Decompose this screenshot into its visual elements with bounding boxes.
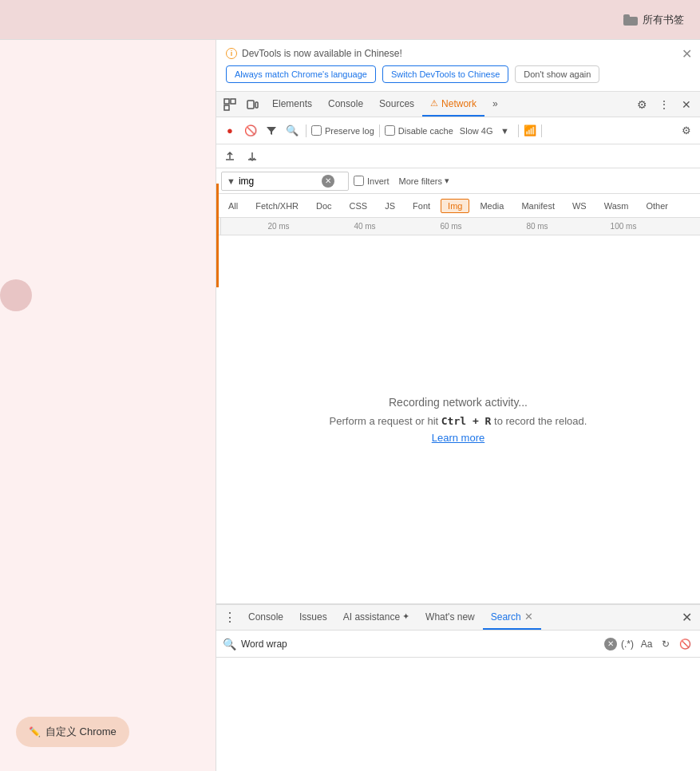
more-options-button[interactable]: ⋮ <box>654 94 674 115</box>
close-notification-button[interactable]: ✕ <box>682 48 692 61</box>
network-toolbar: ● 🚫 🔍 Preserve log Disable cache Slow 4G… <box>216 117 700 144</box>
disable-cache-text: Disable cache <box>398 126 453 136</box>
throttle-label: Slow 4G <box>460 126 493 136</box>
settings-button[interactable]: ⚙ <box>631 94 652 115</box>
tab-elements[interactable]: Elements <box>264 92 320 117</box>
tab-more[interactable]: » <box>484 92 506 117</box>
bottom-tab-whats-new[interactable]: What's new <box>417 605 483 630</box>
type-btn-doc[interactable]: Doc <box>309 199 339 213</box>
separator3 <box>518 125 519 137</box>
invert-label[interactable]: Invert <box>354 176 390 186</box>
bottom-panel: ⋮ Console Issues AI assistance ✦ What's … <box>216 603 700 771</box>
preserve-log-checkbox[interactable] <box>311 125 322 136</box>
device-icon <box>246 98 259 111</box>
clear-search-button[interactable]: 🚫 <box>676 635 694 653</box>
bottom-tab-search[interactable]: Search ✕ <box>483 605 541 630</box>
device-toggle-icon[interactable] <box>242 94 263 115</box>
network-settings-button[interactable]: ⚙ <box>678 122 695 140</box>
tab-elements-label: Elements <box>272 98 312 109</box>
filter-icon <box>266 125 277 136</box>
bottom-tab-search-close[interactable]: ✕ <box>524 611 533 623</box>
browser-bar: 所有书签 <box>0 0 700 40</box>
preserve-log-label[interactable]: Preserve log <box>311 125 374 136</box>
bottom-tab-search-label: Search <box>491 611 521 623</box>
upload-icon <box>224 151 235 162</box>
type-btn-all[interactable]: All <box>221 199 245 213</box>
type-btn-media[interactable]: Media <box>473 199 511 213</box>
customize-chrome-button[interactable]: ✏️ 自定义 Chrome <box>16 717 129 747</box>
timeline-marker-line <box>216 184 219 287</box>
search-bar: 🔍 ✕ (.*) Aa ↻ 🚫 <box>216 631 700 658</box>
clear-button[interactable]: 🚫 <box>242 122 259 140</box>
type-btn-fetch-xhr[interactable]: Fetch/XHR <box>248 199 306 213</box>
type-btn-wasm[interactable]: Wasm <box>597 199 636 213</box>
more-filters-chevron: ▾ <box>445 176 449 186</box>
filter-button[interactable] <box>263 122 280 140</box>
search-input[interactable] <box>241 639 599 650</box>
tick-40ms: 40 ms <box>354 222 375 231</box>
timeline-header: 20 ms 40 ms 60 ms 80 ms 100 ms <box>216 218 700 235</box>
learn-more-link[interactable]: Learn more <box>432 432 484 444</box>
search-results-area <box>216 658 700 771</box>
customize-chrome-label: 自定义 Chrome <box>45 725 117 739</box>
separator4 <box>541 125 542 137</box>
disable-cache-checkbox[interactable] <box>385 125 395 136</box>
tab-more-label: » <box>492 98 498 109</box>
page-content: ✏️ 自定义 Chrome <box>0 40 216 771</box>
svg-rect-2 <box>224 99 229 104</box>
match-language-button[interactable]: Always match Chrome's language <box>226 65 376 83</box>
more-filters-button[interactable]: More filters ▾ <box>394 174 454 188</box>
tabs-actions: ⚙ ⋮ ✕ <box>631 94 697 115</box>
svg-rect-4 <box>231 99 235 104</box>
invert-checkbox[interactable] <box>354 176 364 186</box>
disable-cache-label[interactable]: Disable cache <box>385 125 453 136</box>
bottom-tab-issues-label: Issues <box>299 611 327 623</box>
tab-console-label: Console <box>328 98 363 109</box>
svg-rect-3 <box>224 105 229 110</box>
network-warning-icon: ⚠ <box>430 98 438 109</box>
info-icon: i <box>226 48 237 59</box>
tab-console[interactable]: Console <box>320 92 371 117</box>
match-case-button[interactable]: Aa <box>638 635 655 653</box>
type-btn-font[interactable]: Font <box>405 199 437 213</box>
type-btn-ws[interactable]: WS <box>565 199 594 213</box>
ai-icon: ✦ <box>402 611 409 622</box>
refresh-search-button[interactable]: ↻ <box>657 635 674 653</box>
wifi-icon: 📶 <box>524 125 536 136</box>
tab-sources[interactable]: Sources <box>371 92 422 117</box>
switch-devtools-button[interactable]: Switch DevTools to Chinese <box>382 65 508 83</box>
bottom-tab-issues[interactable]: Issues <box>291 605 335 630</box>
throttle-dropdown[interactable]: ▼ <box>496 122 513 140</box>
filter-input[interactable] <box>239 176 318 187</box>
more-filters-label: More filters <box>399 176 442 186</box>
type-btn-other[interactable]: Other <box>639 199 675 213</box>
type-btn-img[interactable]: Img <box>441 199 469 213</box>
type-btn-css[interactable]: CSS <box>342 199 375 213</box>
upload-har-button[interactable] <box>221 148 239 165</box>
tick-80ms: 80 ms <box>526 222 548 231</box>
record-button[interactable]: ● <box>221 122 239 140</box>
notification-buttons: Always match Chrome's language Switch De… <box>226 65 690 83</box>
devtools-tabs-bar: Elements Console Sources ⚠ Network » ⚙ ⋮… <box>216 92 700 117</box>
bottom-tab-console[interactable]: Console <box>240 605 291 630</box>
search-icon: 🔍 <box>223 638 236 650</box>
bottom-tabs-bar: ⋮ Console Issues AI assistance ✦ What's … <box>216 605 700 631</box>
type-btn-manifest[interactable]: Manifest <box>514 199 562 213</box>
search-network-button[interactable]: 🔍 <box>283 122 301 140</box>
filter-clear-button[interactable]: ✕ <box>322 175 334 188</box>
inspect-element-icon[interactable] <box>219 94 240 115</box>
regex-button[interactable]: (.*) <box>619 635 636 653</box>
close-bottom-panel-button[interactable]: ✕ <box>676 607 697 628</box>
download-har-button[interactable] <box>243 148 261 165</box>
type-btn-js[interactable]: JS <box>378 199 402 213</box>
download-icon <box>247 151 258 162</box>
bottom-tab-menu-icon[interactable]: ⋮ <box>219 607 240 628</box>
devtools-panel: i DevTools is now available in Chinese! … <box>216 40 700 771</box>
tab-network[interactable]: ⚠ Network <box>422 92 484 117</box>
close-devtools-button[interactable]: ✕ <box>676 94 697 115</box>
search-clear-button[interactable]: ✕ <box>604 638 617 650</box>
filter-funnel-icon: ▼ <box>227 176 235 186</box>
dont-show-again-button[interactable]: Don't show again <box>515 65 599 83</box>
notification-banner: i DevTools is now available in Chinese! … <box>216 40 700 92</box>
bottom-tab-ai[interactable]: AI assistance ✦ <box>335 605 417 630</box>
